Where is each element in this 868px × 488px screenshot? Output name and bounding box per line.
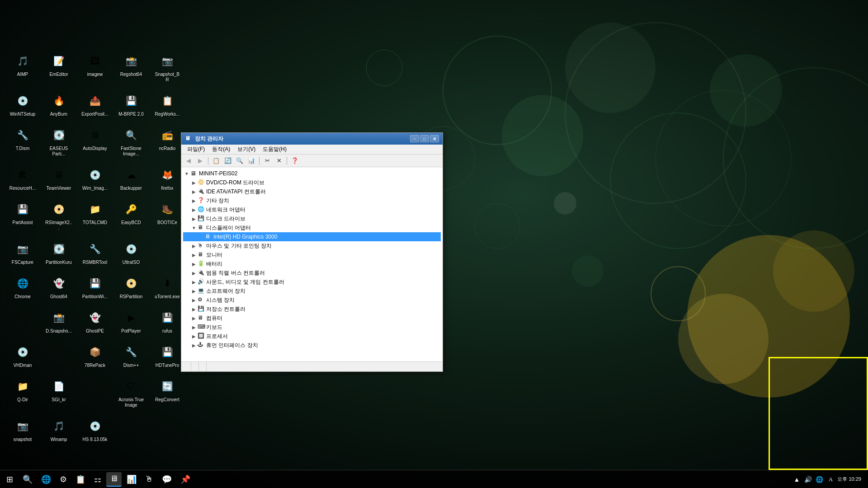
tree-item-5[interactable]: ▼ 🖥 디스플레이 어댑터 (183, 223, 441, 232)
desktop-icon-aimp[interactable]: 🎵 AIMP (7, 50, 38, 85)
desktop-icon-rsmbrtools[interactable]: 🔧 RSMBRTool (79, 238, 111, 267)
menu-action[interactable]: 동작(A) (208, 145, 234, 154)
desktop-icon-winntsetup[interactable]: 💿 WinNTSetup (7, 89, 38, 119)
desktop-icon-dismpp[interactable]: 🔧 Dism++ (115, 341, 147, 371)
tree-item-3[interactable]: ▶ 🌐 네트워크 어댑터 (183, 205, 441, 214)
tree-item-7[interactable]: ▶ 🖱 마우스 및 기타 포인팅 장치 (183, 241, 441, 250)
desktop-icon-easybcd[interactable]: 🔑 EasyBCD (115, 198, 147, 233)
desktop-icon-vhdman[interactable]: 💿 VHDman (7, 341, 38, 371)
maximize-button[interactable]: □ (420, 135, 429, 142)
desktop-icon-partitionwi[interactable]: 💾 PartitionWi... (79, 272, 111, 302)
expand-4[interactable]: ▶ (190, 215, 198, 222)
minimize-button[interactable]: ─ (410, 135, 419, 142)
desktop-icon-firefox[interactable]: 🦊 firefox (151, 164, 183, 193)
expand-1[interactable]: ▶ (190, 188, 198, 195)
desktop-icon-faststone[interactable]: 🔍 FastStone Image... (115, 124, 147, 159)
close-button[interactable]: ✕ (430, 135, 439, 142)
tree-item-2[interactable]: ▶ ❓ 기타 장치 (183, 196, 441, 205)
toolbar-btn-5[interactable]: 📊 (246, 156, 257, 166)
tree-item-13[interactable]: ▶ ⚙ 시스템 장치 (183, 296, 441, 305)
taskbar-icon-1[interactable]: 🔍 (19, 472, 36, 487)
taskbar-icon-5[interactable]: ⚏ (90, 472, 105, 487)
desktop-icon-wimimage[interactable]: 💿 Wim_Imag... (79, 164, 111, 193)
desktop-icon-ghost64[interactable]: 👻 Ghost64 (43, 272, 75, 302)
expand-14[interactable]: ▶ (190, 305, 198, 313)
desktop-icon-snapshot[interactable]: 📷 snapshot (7, 415, 38, 445)
desktop-icon-totalcmd[interactable]: 📁 TOTALCMD (79, 198, 111, 233)
taskbar-icon-10[interactable]: 📌 (177, 472, 194, 487)
scan-button[interactable]: 🔍 (234, 156, 245, 166)
desktop-icon-utorrent[interactable]: ⬇ uTorrent.exe (151, 272, 183, 302)
expand-0[interactable]: ▶ (190, 179, 198, 186)
menu-view[interactable]: 보기(V) (234, 145, 259, 154)
desktop-icon-imagew[interactable]: 🖼 imagew (79, 50, 111, 85)
device-manager-window[interactable]: 🖥 장치 관리자 ─ □ ✕ 파일(F) 동작(A) 보기(V) 도움말(H) … (181, 132, 443, 372)
desktop-icon-potplayer[interactable]: ▶ PotPlayer (115, 306, 147, 336)
tree-item-16[interactable]: ▶ ⌨ 키보드 (183, 323, 441, 332)
tree-root[interactable]: ▼ 🖥 MININT-PEIS02 (183, 169, 441, 178)
expand-5[interactable]: ▼ (190, 224, 198, 231)
desktop-icon-sgikr[interactable]: 📄 SGI_kr (43, 375, 75, 410)
tree-item-10[interactable]: ▶ 🔌 범용 직렬 버스 컨트롤러 (183, 268, 441, 277)
tree-item-9[interactable]: ▶ 🔋 배터리 (183, 259, 441, 268)
desktop-icon-backupper[interactable]: ☁ Backupper (115, 164, 147, 193)
desktop-icon-winamp[interactable]: 🎵 Winamp (43, 415, 75, 445)
desktop-icon-78repack[interactable]: 📦 78RePack (79, 341, 111, 371)
desktop-icon-hdtunepro[interactable]: 💾 HDTunePro (151, 341, 183, 371)
expand-17[interactable]: ▶ (190, 333, 198, 340)
tray-network[interactable]: 🌐 (815, 475, 824, 484)
desktop-icon-easeus[interactable]: 💽 EASEUS Parti... (43, 124, 75, 159)
tree-item-18[interactable]: ▶ 🕹 휴먼 인터페이스 장치 (183, 341, 441, 350)
desktop-icon-rspartition[interactable]: 📀 RSPartition (115, 272, 147, 302)
desktop-icon-partitionkuru[interactable]: 💽 PartitionKuru (43, 238, 75, 267)
tree-item-0[interactable]: ▶ 📀 DVD/CD-ROM 드라이브 (183, 178, 441, 187)
tree-item-8[interactable]: ▶ 🖥 모니터 (183, 250, 441, 259)
expand-3[interactable]: ▶ (190, 206, 198, 213)
expand-16[interactable]: ▶ (190, 324, 198, 331)
desktop-icon-tdism[interactable]: 🔧 T.Dism (7, 124, 38, 159)
desktop-icon-regshot64[interactable]: 📸 Regshot64 (115, 50, 147, 85)
tree-item-12[interactable]: ▶ 💻 소프트웨어 장치 (183, 286, 441, 296)
desktop-icon-qdir[interactable]: 📁 Q-Dir (7, 375, 38, 410)
desktop-icon-bootice[interactable]: 🥾 BOOTICe (151, 198, 183, 233)
expand-13[interactable]: ▶ (190, 296, 198, 304)
expand-15[interactable]: ▶ (190, 314, 198, 322)
desktop-icon-acronis[interactable]: 🛡 Acronis True Image (115, 375, 147, 410)
update-driver-button[interactable]: 🔄 (222, 156, 233, 166)
taskbar-icon-9[interactable]: 💬 (158, 472, 175, 487)
desktop-icon-dsnapshot[interactable]: 📸 D.Snapsho... (43, 306, 75, 336)
tray-volume[interactable]: 🔊 (803, 475, 812, 484)
expand-9[interactable]: ▶ (190, 260, 198, 267)
help-toolbar-button[interactable]: ❓ (289, 156, 300, 166)
expand-18[interactable]: ▶ (190, 342, 198, 349)
taskbar-icon-2[interactable]: 🌐 (38, 472, 55, 487)
uninstall-button[interactable]: ✂ (262, 156, 273, 166)
expand-12[interactable]: ▶ (190, 287, 198, 295)
desktop-icon-fscapture[interactable]: 📷 FSCapture (7, 238, 38, 267)
desktop-icon-teamviewer[interactable]: 🖥 TeamViewer (43, 164, 75, 193)
desktop-icon-resourceh[interactable]: 🛠 ResourceH... (7, 164, 38, 193)
desktop-icon-regworks[interactable]: 📋 RegWorks... (151, 89, 183, 119)
desktop-icon-ghostpe[interactable]: 👻 GhostPE (79, 306, 111, 336)
desktop-icon-ncradio[interactable]: 📻 ncRadio (151, 124, 183, 159)
forward-button[interactable]: ▶ (195, 156, 206, 166)
expand-11[interactable]: ▶ (190, 278, 198, 286)
desktop-icon-mbrpe2[interactable]: 💾 M-BRPE 2.0 (115, 89, 147, 119)
menu-file[interactable]: 파일(F) (184, 145, 208, 154)
disable-button[interactable]: ✕ (274, 156, 284, 166)
desktop-icon-hs81305k[interactable]: 💿 HS 8.13.05k (79, 415, 111, 445)
taskbar-icon-4[interactable]: 📋 (72, 472, 89, 487)
desktop-icon-ultraiso[interactable]: 💿 UltraISO (115, 238, 147, 267)
tree-item-6[interactable]: 🖥 Intel(R) HD Graphics 3000 (183, 232, 441, 241)
tray-arrow[interactable]: ▲ (792, 475, 801, 484)
desktop-icon-snapshot_br[interactable]: 📷 Snapshot_BR (151, 50, 183, 85)
desktop-icon-partassist[interactable]: 💾 PartAssist (7, 198, 38, 233)
tree-item-17[interactable]: ▶ 🔲 프로세서 (183, 332, 441, 341)
taskbar-icon-7[interactable]: 📊 (123, 472, 140, 487)
start-button[interactable]: ⊞ (2, 472, 17, 487)
properties-button[interactable]: 📋 (211, 156, 222, 166)
expand-10[interactable]: ▶ (190, 269, 198, 277)
tree-item-14[interactable]: ▶ 💾 저장소 컨트롤러 (183, 305, 441, 314)
desktop-icon-anyburn[interactable]: 🔥 AnyBurn (43, 89, 75, 119)
desktop-icon-rsimagex2[interactable]: 📀 RSImageX2... (43, 198, 75, 233)
